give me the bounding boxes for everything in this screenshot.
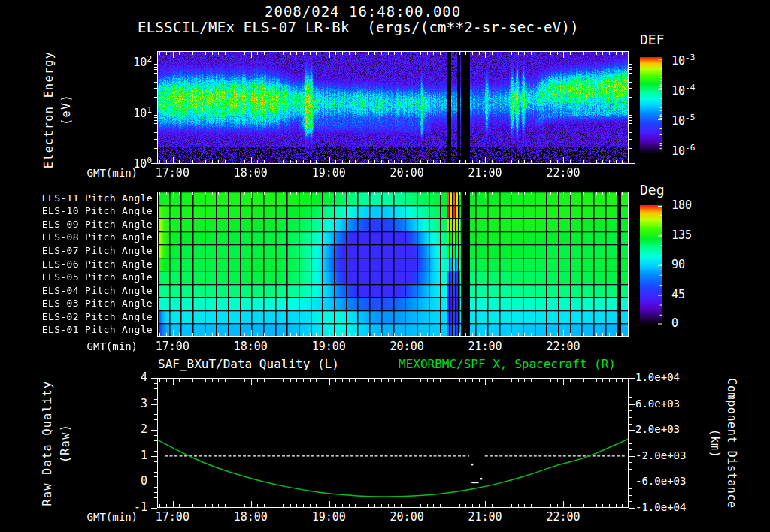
hour-label: 20:00 (390, 168, 424, 180)
tick (151, 482, 157, 482)
tick (629, 97, 632, 98)
tick (154, 148, 157, 149)
tick (629, 139, 632, 140)
tick (629, 417, 632, 418)
quality-plot-canvas (157, 378, 629, 508)
tick (629, 501, 632, 502)
pitch-x-axis-title: GMT(min) (86, 341, 138, 352)
tick (629, 62, 635, 62)
pitch-row-label: ELS-02 Pitch Angle (34, 312, 153, 325)
tick (151, 163, 157, 164)
pitch-row-label: ELS-03 Pitch Angle (34, 298, 153, 311)
right-axis-tick-label: -6.0e+03 (635, 476, 686, 487)
deg-colorbar (640, 205, 662, 325)
tick (154, 64, 157, 65)
tick (154, 451, 157, 452)
tick (154, 472, 157, 473)
tick (154, 414, 157, 415)
hour-label: 21:00 (468, 512, 502, 524)
tick (154, 120, 157, 121)
hour-label: 19:00 (312, 168, 346, 180)
plot-page: 2008/024 16:48:00.000 ELSSCIL/MEx ELS-07… (0, 0, 770, 532)
tick (154, 82, 157, 83)
hour-label: 21:00 (468, 341, 502, 353)
tick (154, 419, 157, 420)
tick (629, 385, 632, 385)
energy-tick-label: 102 (119, 55, 152, 69)
tick (629, 115, 632, 116)
tick (629, 64, 632, 65)
tick (629, 391, 632, 391)
tick (629, 113, 635, 113)
colorbar-tick-label: 135 (671, 230, 692, 242)
tick (629, 397, 632, 398)
pitch-row-label: ELS-04 Pitch Angle (34, 286, 153, 298)
pitch-row-label: ELS-10 Pitch Angle (34, 206, 153, 219)
right-axis-tick-label: 2.0e+03 (635, 424, 680, 435)
tick (151, 456, 157, 457)
tick (154, 69, 157, 70)
quality-right-axis-units: (km) (708, 429, 720, 458)
tick (151, 508, 157, 509)
pitch-row-label: ELS-01 Pitch Angle (34, 325, 153, 337)
left-axis-tick-label: 0 (113, 476, 147, 488)
left-axis-tick-label: 1 (113, 450, 147, 462)
tick (629, 469, 632, 470)
tick (151, 430, 157, 431)
quality-plot-title-left: SAF_BXuT/Data Quality (L) (158, 358, 339, 371)
pitch-angle-canvas (157, 192, 629, 337)
pitch-row-label: ELS-11 Pitch Angle (34, 193, 153, 206)
left-axis-tick-label: -1 (113, 502, 147, 514)
pitch-row-label: ELS-07 Pitch Angle (34, 246, 153, 258)
hour-label: 17:00 (156, 168, 189, 180)
pitch-row-label: ELS-09 Pitch Angle (34, 219, 153, 232)
tick (154, 503, 157, 503)
tick (629, 437, 632, 437)
tick (154, 487, 157, 488)
tick (154, 139, 157, 140)
hour-label: 22:00 (546, 341, 580, 353)
energy-tick-label: 101 (119, 106, 152, 120)
right-axis-tick-label: 6.0e+03 (635, 398, 680, 410)
hour-label: 18:00 (234, 168, 268, 180)
tick (629, 488, 632, 489)
def-colorbar (640, 57, 662, 153)
tick (629, 128, 632, 128)
pitch-row-label: ELS-05 Pitch Angle (34, 272, 153, 285)
tick (154, 115, 157, 116)
hour-label: 19:00 (312, 341, 346, 353)
hour-label: 19:00 (312, 512, 346, 524)
hour-label: 18:00 (234, 341, 268, 353)
tick (629, 117, 632, 118)
tick (629, 410, 632, 411)
hour-label: 17:00 (156, 341, 189, 353)
tick (629, 449, 632, 450)
spectrogram-y-axis-title: Electron Energy (44, 51, 56, 168)
hour-label: 22:00 (546, 512, 580, 524)
hour-label: 22:00 (546, 168, 580, 180)
tick (154, 497, 157, 498)
tick (154, 77, 157, 77)
tick (629, 378, 635, 379)
colorbar-tick-label: 10-5 (671, 113, 695, 128)
hour-label: 17:00 (156, 512, 189, 524)
tick (629, 462, 632, 463)
tick (154, 435, 157, 436)
tick (154, 73, 157, 74)
tick (154, 128, 157, 128)
def-colorbar-title: DEF (640, 33, 665, 47)
tick (629, 67, 632, 68)
tick (629, 476, 632, 476)
quality-right-axis-title: Component Distance (725, 378, 737, 508)
tick (154, 461, 157, 462)
left-axis-tick-label: 3 (113, 398, 147, 410)
colorbar-tick-label: 45 (671, 289, 685, 301)
tick (629, 73, 632, 74)
spectrogram-y-axis-units: (eV) (61, 94, 73, 125)
colorbar-tick-label: 10-4 (671, 83, 695, 98)
tick (629, 88, 632, 89)
colorbar-tick-label: 10-6 (671, 144, 695, 158)
tick (151, 62, 157, 62)
tick (629, 456, 635, 457)
tick (629, 148, 632, 149)
